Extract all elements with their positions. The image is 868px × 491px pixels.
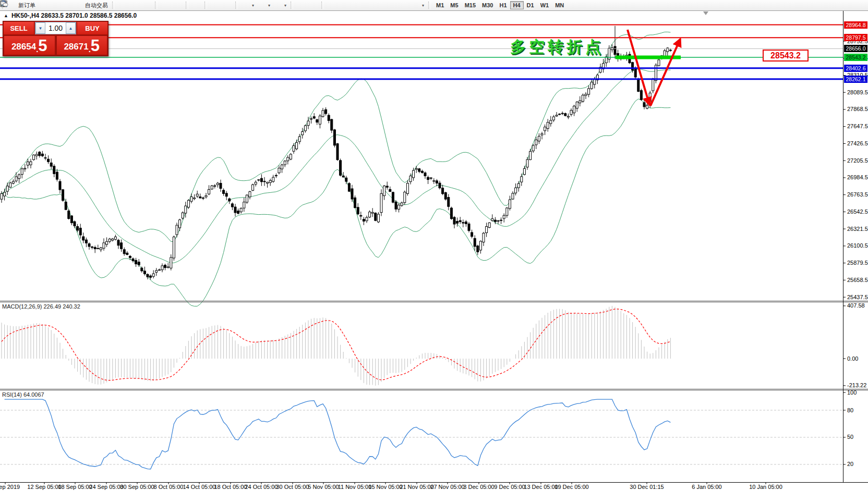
cursor-button[interactable] [295,1,307,9]
candle-body [53,166,55,174]
indicator-list-button[interactable] [209,1,221,9]
candle-body [182,213,184,218]
bar-chart-icon [119,2,127,9]
candle-body [155,271,158,272]
timeframe-H1[interactable]: H1 [496,1,510,9]
trendline-button[interactable] [350,1,362,9]
candle-body [538,136,540,141]
volume-value[interactable]: 1.00 [45,22,66,34]
market-depth-button[interactable] [38,1,50,9]
search-button[interactable] [841,1,853,9]
rsi-axis-tick: 20 [847,461,853,467]
candle-body [56,172,58,179]
volume-decrease-button[interactable]: ▼ [35,22,45,34]
candle-body [185,206,187,213]
timeframe-D1[interactable]: D1 [524,1,537,9]
period-clock-button[interactable]: ▾ [256,1,272,9]
crosshair-button[interactable] [307,1,319,9]
candle-body [342,176,344,177]
timeframe-M15[interactable]: M15 [462,1,479,9]
templates-button[interactable]: ▾ [272,1,288,9]
candle-body [202,198,204,199]
tile-windows-button[interactable] [190,1,202,9]
candle-body [570,111,572,115]
profile-button[interactable] [50,1,62,9]
candle-body [573,106,575,113]
symbol-header[interactable]: ▲ HK50-,H4 28633.5 28701.0 28586.5 28656… [4,12,137,19]
candle-body [640,91,642,100]
price-axis-tick: 26763.5 [847,191,868,198]
time-axis-label: 30 Dec 01:15 [630,484,664,490]
time-axis-label: 3 Dec 05:00 [463,484,494,490]
candle-body [138,262,140,265]
community-chat-button[interactable] [853,1,865,9]
horizontal-line-button[interactable] [338,1,350,9]
fibonacci-button[interactable]: F [374,1,386,9]
chart-area[interactable] [0,0,868,491]
candle-body [523,168,525,175]
candle-body [284,161,286,165]
crosshair-icon [309,2,317,9]
turning-point-annotation[interactable]: 多空转折点 [510,36,604,58]
equidistant-channel-button[interactable]: E [362,1,374,9]
timeframe-H4[interactable]: H4 [510,1,524,9]
vertical-line-button[interactable] [326,1,338,9]
candle-body [526,159,528,167]
buy-button[interactable]: BUY [77,21,108,35]
candle-body [328,115,330,120]
zoom-out-button[interactable] [172,1,184,9]
chart-shift-marker[interactable] [703,11,708,15]
time-axis-label: 8 Oct 05:00 [154,484,184,490]
new-order-button[interactable]: 新订单 [7,1,38,9]
candle-body [360,215,362,216]
candle-body [409,176,412,182]
signal-button[interactable] [62,1,74,9]
candlestick-chart-button[interactable] [129,1,141,9]
candle-body [517,183,520,188]
sell-price-button[interactable]: 28654.5 [4,35,55,55]
candle-body [444,192,447,199]
auto-trading-button[interactable]: 自动交易 [74,1,110,9]
candle-body [30,162,32,165]
timeframe-MN[interactable]: MN [552,1,567,9]
candle-body [41,154,43,156]
time-axis-label: 30 Sep 05:00 [120,484,154,490]
text-label-button[interactable]: T [398,1,410,9]
chevron-down-icon: ▾ [268,3,270,8]
candle-body [4,192,6,196]
candle-body [135,260,137,264]
candle-body [605,57,607,63]
arrows-tool-button[interactable]: ▾ [410,1,426,9]
indicator-window-button[interactable] [221,1,233,9]
candle-body [561,113,563,114]
timeframe-M5[interactable]: M5 [447,1,461,9]
candle-body [658,60,660,66]
sell-button[interactable]: SELL [3,21,34,35]
timeframe-W1[interactable]: W1 [537,1,552,9]
collapse-panel-icon[interactable]: ▲ [4,13,8,18]
candle-body [556,115,558,116]
candle-body [456,222,459,224]
v-arrow-down-stroke[interactable] [628,30,649,105]
toolbar-grip [428,2,431,9]
candle-body [652,79,654,91]
bar-chart-button[interactable] [117,1,129,9]
candle-body [255,182,257,184]
line-chart-button[interactable] [141,1,153,9]
timeframe-M1[interactable]: M1 [433,1,447,9]
auto-trading-icon [76,2,83,9]
text-tool-button[interactable]: A [386,1,398,9]
add-indicator-button[interactable]: ▾ [240,1,256,9]
toolbar-grip [321,2,324,9]
zoom-in-button[interactable] [160,1,172,9]
timeframe-M30[interactable]: M30 [479,1,496,9]
fibonacci-icon: F [376,2,384,9]
macd-axis-tick: 0.00 [847,355,858,362]
buy-price-button[interactable]: 28671.5 [56,35,108,55]
candle-body [371,212,373,213]
price-callout-label[interactable]: 28543.2 [763,50,809,62]
candle-body [103,243,105,248]
price-level-label: 28402.6 [844,65,867,72]
candle-body [582,95,584,101]
volume-increase-button[interactable]: ▲ [66,22,76,34]
